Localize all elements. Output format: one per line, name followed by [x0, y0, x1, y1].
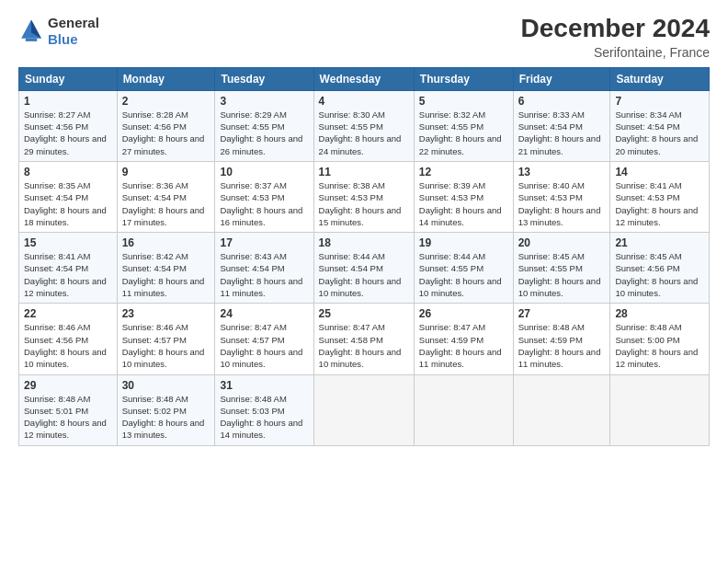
day-detail: Sunrise: 8:30 AMSunset: 4:55 PMDaylight:… — [319, 109, 402, 156]
day-number: 31 — [220, 379, 308, 392]
day-detail: Sunrise: 8:34 AMSunset: 4:54 PMDaylight:… — [615, 109, 698, 156]
day-number: 9 — [122, 166, 210, 178]
day-cell-1: 1 Sunrise: 8:27 AMSunset: 4:56 PMDayligh… — [19, 90, 118, 161]
day-cell-14: 14 Sunrise: 8:41 AMSunset: 4:53 PMDaylig… — [610, 161, 710, 232]
day-cell-21: 21 Sunrise: 8:45 AMSunset: 4:56 PMDaylig… — [610, 233, 710, 304]
empty-cell — [313, 374, 414, 445]
day-cell-8: 8 Sunrise: 8:35 AMSunset: 4:54 PMDayligh… — [19, 161, 118, 232]
day-detail: Sunrise: 8:40 AMSunset: 4:53 PMDaylight:… — [518, 180, 601, 227]
day-detail: Sunrise: 8:38 AMSunset: 4:53 PMDaylight:… — [319, 180, 402, 227]
subtitle: Serifontaine, France — [521, 45, 710, 60]
empty-cell — [610, 374, 710, 445]
day-cell-2: 2 Sunrise: 8:28 AMSunset: 4:56 PMDayligh… — [117, 90, 215, 161]
day-detail: Sunrise: 8:45 AMSunset: 4:56 PMDaylight:… — [615, 251, 698, 298]
day-detail: Sunrise: 8:43 AMSunset: 4:54 PMDaylight:… — [220, 251, 302, 298]
day-detail: Sunrise: 8:48 AMSunset: 5:02 PMDaylight:… — [122, 394, 205, 441]
header: General Blue December 2024 Serifontaine,… — [18, 15, 710, 60]
header-tuesday: Tuesday — [215, 67, 313, 90]
day-number: 8 — [24, 166, 112, 178]
day-cell-19: 19 Sunrise: 8:44 AMSunset: 4:55 PMDaylig… — [414, 233, 513, 304]
day-cell-16: 16 Sunrise: 8:42 AMSunset: 4:54 PMDaylig… — [117, 233, 215, 304]
day-detail: Sunrise: 8:41 AMSunset: 4:54 PMDaylight:… — [24, 251, 107, 298]
main-title: December 2024 — [521, 15, 710, 43]
day-cell-11: 11 Sunrise: 8:38 AMSunset: 4:53 PMDaylig… — [313, 161, 414, 232]
day-number: 4 — [319, 95, 409, 108]
svg-rect-2 — [26, 39, 37, 41]
day-cell-17: 17 Sunrise: 8:43 AMSunset: 4:54 PMDaylig… — [215, 233, 313, 304]
day-number: 13 — [518, 166, 606, 178]
day-detail: Sunrise: 8:46 AMSunset: 4:57 PMDaylight:… — [122, 322, 205, 369]
day-detail: Sunrise: 8:35 AMSunset: 4:54 PMDaylight:… — [24, 180, 107, 227]
day-number: 22 — [24, 307, 112, 320]
empty-cell — [414, 374, 513, 445]
day-number: 24 — [220, 307, 308, 320]
day-detail: Sunrise: 8:48 AMSunset: 5:03 PMDaylight:… — [220, 394, 302, 441]
day-cell-26: 26 Sunrise: 8:47 AMSunset: 4:59 PMDaylig… — [414, 304, 513, 374]
day-cell-12: 12 Sunrise: 8:39 AMSunset: 4:53 PMDaylig… — [414, 161, 513, 232]
header-sunday: Sunday — [19, 67, 118, 90]
day-detail: Sunrise: 8:32 AMSunset: 4:55 PMDaylight:… — [419, 109, 502, 156]
day-detail: Sunrise: 8:48 AMSunset: 5:01 PMDaylight:… — [24, 394, 107, 441]
day-number: 28 — [615, 307, 704, 320]
header-thursday: Thursday — [414, 67, 513, 90]
day-cell-24: 24 Sunrise: 8:47 AMSunset: 4:57 PMDaylig… — [215, 304, 313, 374]
day-number: 15 — [24, 236, 112, 249]
day-cell-10: 10 Sunrise: 8:37 AMSunset: 4:53 PMDaylig… — [215, 161, 313, 232]
day-cell-20: 20 Sunrise: 8:45 AMSunset: 4:55 PMDaylig… — [513, 233, 610, 304]
header-friday: Friday — [513, 67, 610, 90]
day-detail: Sunrise: 8:45 AMSunset: 4:55 PMDaylight:… — [518, 251, 601, 298]
day-cell-4: 4 Sunrise: 8:30 AMSunset: 4:55 PMDayligh… — [313, 90, 414, 161]
day-number: 3 — [220, 95, 308, 108]
day-detail: Sunrise: 8:33 AMSunset: 4:54 PMDaylight:… — [518, 109, 601, 156]
logo-icon — [18, 18, 44, 44]
day-number: 6 — [518, 95, 606, 108]
day-cell-3: 3 Sunrise: 8:29 AMSunset: 4:55 PMDayligh… — [215, 90, 313, 161]
day-number: 5 — [419, 95, 508, 108]
header-wednesday: Wednesday — [313, 67, 414, 90]
day-detail: Sunrise: 8:48 AMSunset: 4:59 PMDaylight:… — [518, 322, 601, 369]
day-detail: Sunrise: 8:44 AMSunset: 4:55 PMDaylight:… — [419, 251, 502, 298]
day-number: 1 — [24, 95, 112, 108]
title-section: December 2024 Serifontaine, France — [521, 15, 710, 60]
calendar-table: Sunday Monday Tuesday Wednesday Thursday… — [18, 67, 710, 446]
day-cell-27: 27 Sunrise: 8:48 AMSunset: 4:59 PMDaylig… — [513, 304, 610, 374]
day-cell-13: 13 Sunrise: 8:40 AMSunset: 4:53 PMDaylig… — [513, 161, 610, 232]
day-detail: Sunrise: 8:47 AMSunset: 4:59 PMDaylight:… — [419, 322, 502, 369]
day-cell-30: 30 Sunrise: 8:48 AMSunset: 5:02 PMDaylig… — [117, 374, 215, 445]
day-number: 16 — [122, 236, 210, 249]
day-number: 14 — [615, 166, 704, 178]
day-number: 7 — [615, 95, 704, 108]
day-number: 23 — [122, 307, 210, 320]
calendar-week-5: 29 Sunrise: 8:48 AMSunset: 5:01 PMDaylig… — [19, 374, 710, 445]
empty-cell — [513, 374, 610, 445]
day-cell-22: 22 Sunrise: 8:46 AMSunset: 4:56 PMDaylig… — [19, 304, 118, 374]
day-detail: Sunrise: 8:28 AMSunset: 4:56 PMDaylight:… — [122, 109, 205, 156]
logo-blue: Blue — [48, 31, 99, 48]
day-number: 17 — [220, 236, 308, 249]
day-number: 11 — [319, 166, 409, 178]
day-number: 29 — [24, 379, 112, 392]
day-detail: Sunrise: 8:36 AMSunset: 4:54 PMDaylight:… — [122, 180, 205, 227]
day-cell-29: 29 Sunrise: 8:48 AMSunset: 5:01 PMDaylig… — [19, 374, 118, 445]
day-number: 25 — [319, 307, 409, 320]
day-cell-18: 18 Sunrise: 8:44 AMSunset: 4:54 PMDaylig… — [313, 233, 414, 304]
day-cell-15: 15 Sunrise: 8:41 AMSunset: 4:54 PMDaylig… — [19, 233, 118, 304]
day-number: 21 — [615, 236, 704, 249]
day-detail: Sunrise: 8:42 AMSunset: 4:54 PMDaylight:… — [122, 251, 205, 298]
day-cell-9: 9 Sunrise: 8:36 AMSunset: 4:54 PMDayligh… — [117, 161, 215, 232]
day-cell-7: 7 Sunrise: 8:34 AMSunset: 4:54 PMDayligh… — [610, 90, 710, 161]
day-detail: Sunrise: 8:27 AMSunset: 4:56 PMDaylight:… — [24, 109, 107, 156]
calendar-week-4: 22 Sunrise: 8:46 AMSunset: 4:56 PMDaylig… — [19, 304, 710, 374]
day-number: 12 — [419, 166, 508, 178]
calendar-week-1: 1 Sunrise: 8:27 AMSunset: 4:56 PMDayligh… — [19, 90, 710, 161]
day-detail: Sunrise: 8:29 AMSunset: 4:55 PMDaylight:… — [220, 109, 302, 156]
page: General Blue December 2024 Serifontaine,… — [0, 0, 728, 563]
day-detail: Sunrise: 8:47 AMSunset: 4:58 PMDaylight:… — [319, 322, 402, 369]
day-number: 10 — [220, 166, 308, 178]
day-cell-5: 5 Sunrise: 8:32 AMSunset: 4:55 PMDayligh… — [414, 90, 513, 161]
header-monday: Monday — [117, 67, 215, 90]
day-cell-31: 31 Sunrise: 8:48 AMSunset: 5:03 PMDaylig… — [215, 374, 313, 445]
calendar-week-3: 15 Sunrise: 8:41 AMSunset: 4:54 PMDaylig… — [19, 233, 710, 304]
day-detail: Sunrise: 8:37 AMSunset: 4:53 PMDaylight:… — [220, 180, 302, 227]
logo-general: General — [48, 15, 99, 31]
